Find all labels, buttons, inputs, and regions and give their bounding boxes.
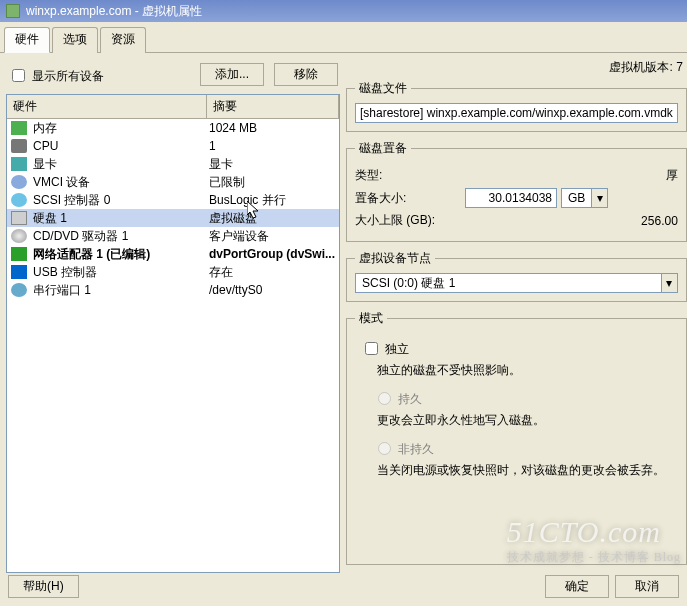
- device-row[interactable]: 内存1024 MB: [7, 119, 339, 137]
- device-summary: 虚拟磁盘: [209, 210, 335, 227]
- list-header: 硬件 摘要: [7, 95, 339, 119]
- device-row[interactable]: CD/DVD 驱动器 1客户端设备: [7, 227, 339, 245]
- device-icon: [11, 193, 27, 207]
- independent-label: 独立: [385, 342, 409, 356]
- device-row[interactable]: SCSI 控制器 0BusLogic 并行: [7, 191, 339, 209]
- device-list[interactable]: 硬件 摘要 内存1024 MBCPU1显卡显卡VMCI 设备已限制SCSI 控制…: [6, 94, 340, 573]
- provisioned-size-label: 置备大小:: [355, 190, 465, 207]
- device-icon: [11, 283, 27, 297]
- device-summary: 已限制: [209, 174, 335, 191]
- device-node-combo[interactable]: SCSI (0:0) 硬盘 1 ▾: [355, 273, 678, 293]
- device-icon: [11, 229, 27, 243]
- device-summary: 显卡: [209, 156, 335, 173]
- cancel-button[interactable]: 取消: [615, 575, 679, 598]
- device-row[interactable]: CPU1: [7, 137, 339, 155]
- title-bar: winxp.example.com - 虚拟机属性: [0, 0, 687, 22]
- app-icon: [6, 4, 20, 18]
- persistent-desc: 更改会立即永久性地写入磁盘。: [377, 412, 678, 429]
- max-size-label: 大小上限 (GB):: [355, 212, 465, 229]
- device-name: 网络适配器 1 (已编辑): [33, 246, 209, 263]
- device-name: VMCI 设备: [33, 174, 209, 191]
- chevron-down-icon: ▾: [661, 274, 677, 292]
- independent-desc: 独立的磁盘不受快照影响。: [377, 362, 678, 379]
- device-icon: [11, 139, 27, 153]
- persistent-label: 持久: [398, 392, 422, 406]
- provisioned-size-input[interactable]: [465, 188, 557, 208]
- device-summary: /dev/ttyS0: [209, 283, 335, 297]
- device-row[interactable]: 网络适配器 1 (已编辑)dvPortGroup (dvSwi...: [7, 245, 339, 263]
- tab-resources[interactable]: 资源: [100, 27, 146, 53]
- nonpersistent-desc: 当关闭电源或恢复快照时，对该磁盘的更改会被丢弃。: [377, 462, 678, 479]
- device-summary: 客户端设备: [209, 228, 335, 245]
- mode-legend: 模式: [355, 310, 387, 327]
- add-button[interactable]: 添加...: [200, 63, 264, 86]
- disk-file-group: 磁盘文件 [sharestore] winxp.example.com/winx…: [346, 80, 687, 132]
- device-node-group: 虚拟设备节点 SCSI (0:0) 硬盘 1 ▾: [346, 250, 687, 302]
- window-title: winxp.example.com - 虚拟机属性: [26, 0, 202, 22]
- remove-button[interactable]: 移除: [274, 63, 338, 86]
- device-row[interactable]: 串行端口 1/dev/ttyS0: [7, 281, 339, 299]
- chevron-down-icon: ▾: [591, 189, 607, 207]
- device-icon: [11, 175, 27, 189]
- device-summary: 存在: [209, 264, 335, 281]
- device-icon: [11, 211, 27, 225]
- device-summary: BusLogic 并行: [209, 192, 335, 209]
- disk-file-legend: 磁盘文件: [355, 80, 411, 97]
- type-value: 厚: [465, 167, 678, 184]
- independent-checkbox[interactable]: [365, 342, 378, 355]
- tab-bar: 硬件 选项 资源: [0, 22, 687, 53]
- device-name: 串行端口 1: [33, 282, 209, 299]
- persistent-radio: [378, 392, 391, 405]
- show-all-checkbox[interactable]: [12, 69, 25, 82]
- col-hardware[interactable]: 硬件: [7, 95, 207, 118]
- nonpersistent-label: 非持久: [398, 442, 434, 456]
- col-summary[interactable]: 摘要: [207, 95, 339, 118]
- disk-provision-legend: 磁盘置备: [355, 140, 411, 157]
- vm-version-label: 虚拟机版本: 7: [346, 59, 687, 80]
- device-icon: [11, 265, 27, 279]
- device-row[interactable]: 硬盘 1虚拟磁盘: [7, 209, 339, 227]
- device-name: SCSI 控制器 0: [33, 192, 209, 209]
- ok-button[interactable]: 确定: [545, 575, 609, 598]
- size-unit-combo[interactable]: GB ▾: [561, 188, 608, 208]
- device-name: CPU: [33, 139, 209, 153]
- max-size-value: 256.00: [465, 214, 678, 228]
- type-label: 类型:: [355, 167, 465, 184]
- device-name: 硬盘 1: [33, 210, 209, 227]
- device-name: CD/DVD 驱动器 1: [33, 228, 209, 245]
- device-name: USB 控制器: [33, 264, 209, 281]
- help-button[interactable]: 帮助(H): [8, 575, 79, 598]
- device-summary: dvPortGroup (dvSwi...: [209, 247, 335, 261]
- disk-provision-group: 磁盘置备 类型: 厚 置备大小: GB ▾ 大小上限 (GB): 256.00: [346, 140, 687, 242]
- device-summary: 1024 MB: [209, 121, 335, 135]
- device-summary: 1: [209, 139, 335, 153]
- device-row[interactable]: VMCI 设备已限制: [7, 173, 339, 191]
- device-node-legend: 虚拟设备节点: [355, 250, 435, 267]
- device-icon: [11, 157, 27, 171]
- show-all-devices[interactable]: 显示所有设备: [8, 64, 104, 85]
- device-name: 显卡: [33, 156, 209, 173]
- device-icon: [11, 247, 27, 261]
- device-row[interactable]: 显卡显卡: [7, 155, 339, 173]
- device-row[interactable]: USB 控制器存在: [7, 263, 339, 281]
- nonpersistent-radio: [378, 442, 391, 455]
- mode-group: 模式 独立 独立的磁盘不受快照影响。 持久 更改会立即永久性地写入磁盘。 非持久…: [346, 310, 687, 565]
- tab-options[interactable]: 选项: [52, 27, 98, 53]
- disk-file-path: [sharestore] winxp.example.com/winxp.exa…: [355, 103, 678, 123]
- device-name: 内存: [33, 120, 209, 137]
- tab-hardware[interactable]: 硬件: [4, 27, 50, 53]
- device-icon: [11, 121, 27, 135]
